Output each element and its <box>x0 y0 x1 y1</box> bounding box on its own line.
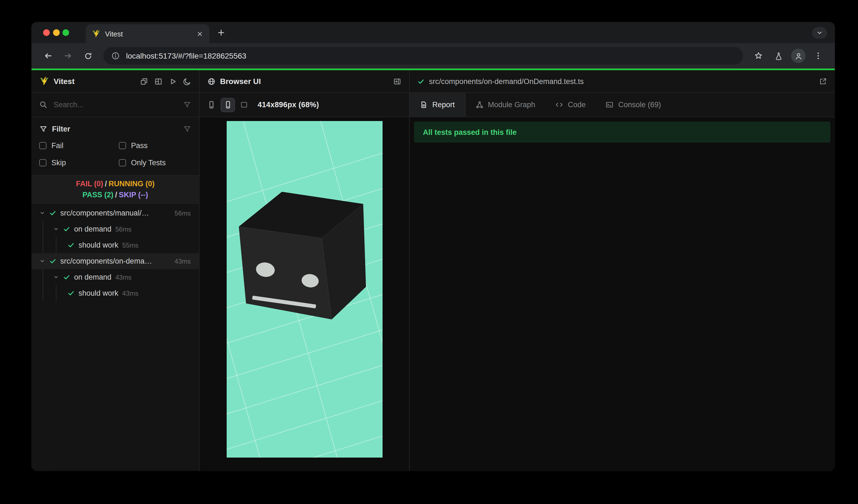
open-in-editor-button[interactable] <box>819 77 827 85</box>
tab-report[interactable]: Report <box>410 93 465 117</box>
person-icon <box>794 52 803 60</box>
summary-line-1: FAIL (0)/RUNNING (0) <box>32 179 199 190</box>
separator: / <box>113 191 119 199</box>
external-link-icon <box>819 77 827 85</box>
checkbox-pass[interactable] <box>119 142 126 149</box>
duration: 43ms <box>122 289 139 297</box>
check-icon <box>67 290 75 297</box>
tree-guide <box>56 237 57 253</box>
filter-title: Filter <box>52 125 70 133</box>
console-icon <box>606 101 614 109</box>
tree-suite-row[interactable]: on demand 56ms <box>32 221 199 237</box>
flask-icon <box>774 52 782 60</box>
chevron-down-icon[interactable] <box>39 258 45 264</box>
filter-label: Fail <box>51 141 64 149</box>
check-icon <box>49 258 57 265</box>
dock-panel-button[interactable] <box>393 77 401 85</box>
zoom-window-button[interactable] <box>62 29 69 36</box>
tree-file-row[interactable]: src/components/manual/… 56ms <box>32 205 199 221</box>
panel-right-icon <box>393 77 401 85</box>
bookmark-button[interactable] <box>749 46 768 65</box>
report-panel: src/components/on-demand/OnDemand.test.t… <box>410 70 835 471</box>
profile-button[interactable] <box>791 49 806 63</box>
filter-label: Only Tests <box>131 158 166 167</box>
filter-options: Fail Pass Skip Only Tests <box>39 140 191 168</box>
filter-option-pass[interactable]: Pass <box>119 140 191 151</box>
search-row <box>32 93 199 117</box>
run-all-icon[interactable] <box>169 77 177 85</box>
checkbox-fail[interactable] <box>39 142 46 149</box>
phone-icon <box>224 101 232 109</box>
checkbox-skip[interactable] <box>39 159 46 166</box>
back-button[interactable] <box>39 46 58 65</box>
dashboard-icon[interactable] <box>154 77 162 85</box>
device-tablet-button[interactable] <box>240 101 248 109</box>
running-count: RUNNING (0) <box>109 180 155 188</box>
address-bar[interactable]: localhost:5173/#/?file=1828625563 <box>104 47 743 65</box>
filter-option-skip[interactable]: Skip <box>39 157 119 168</box>
sidebar-header-actions <box>140 77 191 85</box>
checkbox-only-tests[interactable] <box>119 159 126 166</box>
device-phone-button[interactable] <box>207 101 216 109</box>
tab-module-graph[interactable]: Module Graph <box>465 93 545 117</box>
filter-icon[interactable] <box>183 101 191 109</box>
browser-tab[interactable]: Vitest <box>86 24 209 43</box>
site-info-icon[interactable] <box>111 51 120 60</box>
tree-test-row[interactable]: should work 55ms <box>32 237 199 253</box>
search-input[interactable] <box>52 100 178 110</box>
file-name: src/components/manual/… <box>60 209 149 217</box>
minimize-window-button[interactable] <box>53 29 60 36</box>
filter-option-only-tests[interactable]: Only Tests <box>119 157 191 168</box>
tree-suite-row[interactable]: on demand 43ms <box>32 269 199 285</box>
new-tab-button[interactable] <box>217 28 225 37</box>
tab-search-button[interactable] <box>812 27 827 38</box>
theme-toggle-moon-icon[interactable] <box>183 77 191 85</box>
test-tree: src/components/manual/… 56ms on demand 5… <box>32 204 199 471</box>
tablet-icon <box>240 101 248 109</box>
filter-option-fail[interactable]: Fail <box>39 140 119 151</box>
duration: 43ms <box>115 273 131 281</box>
collapse-windows-icon[interactable] <box>140 77 148 85</box>
vitest-favicon-icon <box>92 29 101 38</box>
device-rotate-button-active[interactable] <box>221 98 235 112</box>
check-icon <box>63 226 70 233</box>
tab-title: Vitest <box>105 30 192 38</box>
vitest-ui: Vitest Filter <box>32 70 835 471</box>
browser-window: Vitest localhost:5173/#/?file=1828625563 <box>32 22 835 471</box>
browser-menu-button[interactable] <box>809 46 828 65</box>
tab-console[interactable]: Console (69) <box>596 93 671 117</box>
chevron-down-icon[interactable] <box>53 274 59 280</box>
suite-name: on demand <box>74 273 111 281</box>
duration: 43ms <box>174 257 193 265</box>
chevron-down-icon <box>816 29 823 36</box>
tab-label: Console (69) <box>618 101 661 109</box>
chevron-down-icon[interactable] <box>53 226 59 232</box>
test-name: should work <box>79 289 118 297</box>
separator: / <box>103 180 109 188</box>
labs-button[interactable] <box>769 46 788 65</box>
close-window-button[interactable] <box>43 29 50 36</box>
browser-viewport[interactable] <box>226 121 382 458</box>
tree-file-row[interactable]: src/components/on-dema… 43ms <box>32 253 199 269</box>
duration: 56ms <box>115 225 131 233</box>
tab-close-icon[interactable] <box>196 30 204 37</box>
tab-code[interactable]: Code <box>545 93 596 117</box>
reload-icon <box>84 52 92 60</box>
viewport-toolbar: 414x896px (68%) <box>200 93 409 117</box>
test-file-path: src/components/on-demand/OnDemand.test.t… <box>429 77 584 85</box>
forward-button[interactable] <box>59 46 77 65</box>
module-graph-icon <box>475 101 483 109</box>
skip-count: SKIP (--) <box>119 191 148 199</box>
duration: 55ms <box>122 241 139 249</box>
traffic-lights <box>43 29 69 36</box>
phone-icon <box>207 101 216 109</box>
clear-filter-icon[interactable] <box>183 125 191 133</box>
tree-test-row[interactable]: should work 43ms <box>32 285 199 301</box>
reload-button[interactable] <box>79 46 97 65</box>
tested-page-scene <box>226 121 382 458</box>
chevron-down-icon[interactable] <box>39 210 45 216</box>
report-header: src/components/on-demand/OnDemand.test.t… <box>410 70 835 93</box>
filter-label: Skip <box>51 158 66 167</box>
test-summary: FAIL (0)/RUNNING (0) PASS (2)/SKIP (--) <box>32 176 199 204</box>
report-doc-icon <box>419 101 428 109</box>
